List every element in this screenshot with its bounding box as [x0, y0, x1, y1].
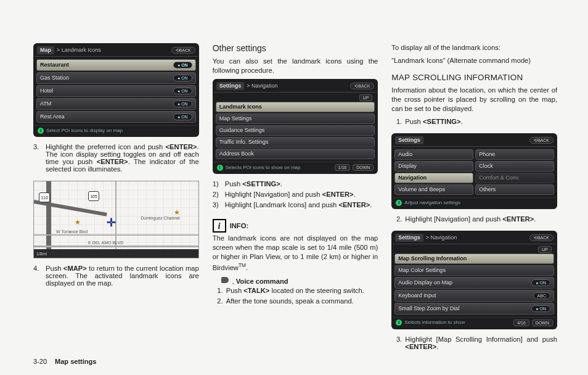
ui-header: Settings > Navigation ⟲BACK: [214, 80, 377, 93]
ui-footer: i Select POI icons to display on map: [35, 125, 198, 136]
cross-pointer-icon: ✛: [107, 216, 116, 229]
scroll-step-1: Push <SETTING>.: [404, 118, 557, 125]
menu-item-volume-beeps[interactable]: Volume and Beeps: [394, 184, 473, 195]
other-settings-intro: You can also set the landmark icons usin…: [213, 57, 378, 75]
scroll-step-2: Highlight [Navigation] and push <ENTER>.: [404, 215, 557, 223]
counter: 1/16: [335, 164, 351, 171]
heading-other-settings: Other settings: [213, 43, 378, 53]
back-button[interactable]: ⟲BACK: [350, 83, 374, 89]
step-4: 4. Push <MAP> to return to the current l…: [33, 265, 199, 287]
menu-item-atm[interactable]: ATM ● ON: [36, 98, 196, 110]
procedure-step-3: 3)Highlight [Landmark Icons] and push <E…: [213, 201, 378, 208]
value-pill[interactable]: ABC: [533, 292, 550, 299]
landmark-display-note-2: “Landmark Icons” (Alternate command mode…: [391, 56, 557, 65]
voice-command-callout: Voice command: [221, 277, 378, 286]
header-tag: Map: [37, 46, 54, 54]
counter: 4/16: [513, 319, 529, 326]
toggle-on[interactable]: ● ON: [173, 101, 192, 107]
landmark-display-note-1: To display all of the landmark icons:: [391, 43, 557, 52]
info-callout: i INFO:: [213, 219, 378, 233]
voice-icon: [221, 277, 232, 286]
voice-step-2: After the tone sounds, speak a command.: [225, 297, 378, 305]
ui-settings-root: Settings ⟲BACK Audio Display Navigation …: [391, 133, 557, 209]
back-button[interactable]: ⟲BACK: [171, 47, 195, 54]
scroll-up-button[interactable]: UP: [538, 246, 552, 253]
scroll-up-button[interactable]: UP: [359, 94, 373, 101]
info-icon: i: [396, 200, 402, 206]
ui-header: Map > Landmark Icons ⟲BACK: [35, 44, 198, 57]
menu-rows: UP Landmark Icons Map Settings Guidance …: [214, 93, 377, 162]
voice-step-1: Push <TALK> located on the steering swit…: [225, 287, 378, 294]
voice-steps: Push <TALK> located on the steering swit…: [213, 287, 378, 308]
step-3: 3. Highlight the preferred icon and push…: [33, 143, 199, 173]
header-tag: Settings: [216, 82, 245, 90]
menu-item-gas-station[interactable]: Gas Station ● ON: [36, 72, 196, 84]
map-label: E DEL AMO BLVD: [88, 241, 123, 245]
freeway-connector: [33, 200, 107, 216]
info-icon: i: [217, 165, 223, 171]
toggle-on[interactable]: ● ON: [531, 279, 550, 286]
heading-map-scrolling: MAP SCROLLING INFORMATION: [391, 73, 557, 82]
menu-item-audio-display-on-map[interactable]: Audio Display on Map● ON: [394, 277, 554, 289]
step-list: 4. Push <MAP> to return to the current l…: [33, 265, 199, 290]
toggle-on[interactable]: ● ON: [173, 113, 192, 120]
back-button[interactable]: ⟲BACK: [529, 234, 553, 241]
menu-label: Rest Area: [40, 114, 65, 120]
menu-item-clock[interactable]: Clock: [475, 161, 554, 171]
menu-item-map-scrolling-info[interactable]: Map Scrolling Information: [394, 253, 554, 264]
menu-item-keyboard-input[interactable]: Keyboard InputABC: [394, 290, 554, 302]
menu-item-address-book[interactable]: Address Book: [216, 149, 375, 159]
page-number: 3-20: [33, 358, 47, 365]
menu-item-landmark-icons[interactable]: Landmark Icons: [216, 102, 375, 112]
menu-item-small-step-zoom[interactable]: Small Step Zoom by Dial● ON: [394, 303, 554, 315]
ui-landmark-icons: Map > Landmark Icons ⟲BACK Restaurant ● …: [33, 43, 199, 137]
highway-shield-105: 105: [88, 191, 99, 201]
menu-item-guidance-settings[interactable]: Guidance Settings: [216, 125, 375, 136]
ui-footer: i Selects information to show 4/16 DOWN: [393, 317, 556, 328]
star-icon: ★: [75, 218, 81, 226]
procedure-list: 1)Push <SETTING>. 2)Highlight [Navigatio…: [213, 180, 378, 212]
header-tag: Settings: [395, 234, 423, 242]
breadcrumb: > Landmark Icons: [57, 47, 101, 53]
scroll-down-button[interactable]: DOWN: [532, 319, 553, 326]
menu-item-phone[interactable]: Phone: [475, 149, 554, 160]
toggle-on[interactable]: ● ON: [173, 62, 192, 68]
voice-heading: Voice command: [236, 278, 288, 285]
menu-item-others[interactable]: Others: [475, 184, 554, 195]
menu-item-restaurant[interactable]: Restaurant ● ON: [36, 59, 196, 71]
procedure-step-1: 1)Push <SETTING>.: [213, 180, 378, 188]
menu-label: Hotel: [40, 88, 53, 94]
menu-item-map-color-settings[interactable]: Map Color Settings: [394, 265, 554, 276]
menu-item-audio[interactable]: Audio: [394, 149, 473, 160]
toggle-on[interactable]: ● ON: [531, 305, 550, 312]
toggle-on[interactable]: ● ON: [173, 75, 192, 81]
procedure-step-2: 2)Highlight [Navigation] and push <ENTER…: [213, 191, 378, 198]
map-label: W Torrance Blvd: [56, 229, 88, 234]
footer-text: Select POI icons to display on map: [46, 128, 123, 133]
menu-item-navigation[interactable]: Navigation: [394, 173, 473, 183]
info-icon: i: [38, 128, 44, 134]
scroll-steps-2: Highlight [Navigation] and push <ENTER>.: [391, 215, 557, 226]
back-button[interactable]: ⟲BACK: [529, 137, 553, 144]
column-1: Map > Landmark Icons ⟲BACK Restaurant ● …: [33, 43, 199, 364]
ui-header: Settings > Navigation ⟲BACK: [393, 232, 556, 244]
menu-item-traffic-info-settings[interactable]: Traffic Info. Settings: [216, 137, 375, 147]
menu-label: Gas Station: [40, 75, 69, 81]
menu-item-rest-area[interactable]: Rest Area ● ON: [36, 111, 196, 123]
step-list: 3. Highlight the preferred icon and push…: [33, 143, 199, 176]
header-tag: Settings: [395, 136, 423, 144]
ui-footer: i Adjust navigation settings: [393, 197, 556, 208]
map-footer: 1/8mi: [34, 249, 198, 258]
highway-shield-110: 110: [39, 192, 50, 202]
menu-item-hotel[interactable]: Hotel ● ON: [36, 85, 196, 97]
menu-label: ATM: [40, 101, 51, 107]
menu-grid: Audio Display Navigation Volume and Beep…: [393, 147, 556, 197]
footer-text: Selects information to show: [404, 320, 465, 325]
scroll-down-button[interactable]: DOWN: [353, 164, 374, 171]
menu-item-display[interactable]: Display: [394, 161, 473, 171]
info-icon: i: [213, 219, 226, 233]
menu-item-map-settings[interactable]: Map Settings: [216, 113, 375, 124]
map-screenshot: 110 105 Dominguez Channel W Torrance Blv…: [33, 181, 199, 258]
star-icon: ★: [174, 208, 180, 216]
toggle-on[interactable]: ● ON: [173, 88, 192, 94]
